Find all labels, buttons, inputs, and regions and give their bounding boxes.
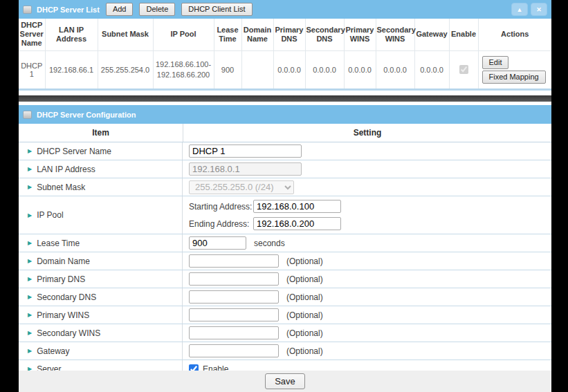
row-enable-checkbox: [459, 65, 468, 74]
row-arrow-icon: ▶: [28, 212, 32, 218]
cell-secondary-wins: 0.0.0.0: [376, 50, 414, 89]
secondary-wins-input[interactable]: [189, 326, 279, 339]
delete-button[interactable]: Delete: [139, 3, 175, 16]
cell-actions: Edit Fixed Mapping: [478, 50, 551, 89]
ip-pool-start: 192.168.66.100-: [155, 59, 212, 70]
ending-address-label: Ending Address:: [189, 219, 253, 229]
config-row-dhcp-server-name: ▶ DHCP Server Name: [19, 142, 551, 160]
row-arrow-icon: ▶: [28, 240, 32, 246]
row-arrow-icon: ▶: [28, 348, 32, 354]
setting-column-header: Setting: [183, 128, 551, 138]
cell-primary-dns: 0.0.0.0: [273, 50, 305, 89]
row-arrow-icon: ▶: [28, 330, 32, 336]
config-table-header: Item Setting: [19, 124, 551, 142]
dhcp-server-configuration-title: DHCP Server Configuration: [37, 111, 136, 119]
col-dhcp-server-name: DHCP Server Name: [19, 19, 45, 50]
row-label: Secondary WINS: [37, 328, 100, 338]
primary-wins-input[interactable]: [189, 308, 279, 321]
config-row-domain-name: ▶ Domain Name (Optional): [19, 252, 551, 270]
close-icon[interactable]: ✕: [531, 3, 547, 16]
config-row-subnet-mask: ▶ Subnet Mask 255.255.255.0 (/24): [19, 178, 551, 196]
window-controls: ▲ ✕: [511, 3, 547, 16]
edit-button[interactable]: Edit: [482, 56, 509, 69]
fixed-mapping-button[interactable]: Fixed Mapping: [482, 71, 546, 84]
subnet-mask-select: 255.255.255.0 (/24): [189, 180, 294, 194]
ip-pool-end: 192.168.66.200: [155, 70, 212, 80]
config-footer: Save: [19, 371, 551, 392]
cell-domain-name: [241, 50, 273, 89]
config-row-primary-wins: ▶ Primary WINS (Optional): [19, 306, 551, 324]
row-arrow-icon: ▶: [28, 294, 32, 300]
starting-address-label: Starting Address:: [189, 202, 253, 212]
row-label: LAN IP Address: [37, 165, 95, 174]
row-arrow-icon: ▶: [28, 166, 32, 172]
screen: DHCP Server List Add Delete DHCP Client …: [0, 0, 568, 392]
cell-gateway: 0.0.0.0: [414, 50, 449, 89]
ip-pool-end-input[interactable]: [253, 217, 341, 230]
primary-dns-input[interactable]: [189, 272, 279, 286]
cell-lan-ip: 192.168.66.1: [45, 50, 98, 89]
col-enable: Enable: [449, 19, 478, 50]
col-primary-wins: Primary WINS: [344, 19, 376, 50]
row-arrow-icon: ▶: [28, 312, 32, 318]
config-row-ip-pool: ▶ IP Pool Starting Address: Ending Addre…: [19, 196, 551, 234]
col-domain-name: Domain Name: [241, 19, 273, 50]
save-button[interactable]: Save: [265, 373, 305, 389]
dhcp-server-list-table: DHCP Server Name LAN IP Address Subnet M…: [19, 19, 551, 91]
dhcp-server-configuration-header: DHCP Server Configuration: [19, 105, 551, 124]
dhcp-server-list-title: DHCP Server List: [37, 6, 100, 14]
table-row: DHCP 1 192.168.66.1 255.255.254.0 192.16…: [19, 50, 551, 89]
collapse-icon[interactable]: ▲: [511, 3, 528, 16]
col-secondary-dns: Secondary DNS: [305, 19, 344, 50]
cell-enable: [449, 50, 478, 89]
dhcp-server-configuration-panel: DHCP Server Configuration Item Setting ▶…: [19, 105, 551, 392]
config-row-secondary-dns: ▶ Secondary DNS (Optional): [19, 288, 551, 306]
cell-secondary-dns: 0.0.0.0: [305, 50, 344, 89]
config-row-secondary-wins: ▶ Secondary WINS (Optional): [19, 324, 551, 342]
table-header-row: DHCP Server Name LAN IP Address Subnet M…: [19, 19, 551, 50]
lan-ip-input: [189, 162, 302, 176]
col-actions: Actions: [478, 19, 551, 50]
lease-time-input[interactable]: [189, 236, 246, 250]
row-arrow-icon: ▶: [28, 184, 32, 190]
row-label: IP Pool: [37, 210, 63, 220]
cell-lease-time: 900: [214, 50, 241, 89]
cell-primary-wins: 0.0.0.0: [344, 50, 376, 89]
optional-hint: (Optional): [286, 310, 323, 320]
optional-hint: (Optional): [286, 274, 323, 284]
domain-name-input[interactable]: [189, 254, 279, 268]
row-label: Subnet Mask: [37, 183, 85, 192]
config-row-lease-time: ▶ Lease Time seconds: [19, 234, 551, 252]
row-label: Secondary DNS: [37, 292, 96, 302]
optional-hint: (Optional): [286, 346, 323, 356]
optional-hint: (Optional): [286, 328, 323, 338]
col-primary-dns: Primary DNS: [273, 19, 305, 50]
row-label: Domain Name: [37, 256, 90, 266]
row-label: Primary WINS: [37, 310, 89, 320]
section-divider: [19, 95, 551, 102]
col-secondary-wins: Secondary WINS: [376, 19, 414, 50]
col-lease-time: Lease Time: [214, 19, 241, 50]
cell-subnet-mask: 255.255.254.0: [98, 50, 153, 89]
cell-ip-pool: 192.168.66.100- 192.168.66.200: [153, 50, 214, 89]
ip-pool-start-input[interactable]: [253, 200, 341, 213]
row-label: Lease Time: [37, 239, 80, 248]
dhcp-server-list-header: DHCP Server List Add Delete DHCP Client …: [19, 0, 551, 19]
secondary-dns-input[interactable]: [189, 290, 279, 304]
panel-window-icon: [23, 6, 32, 14]
col-ip-pool: IP Pool: [153, 19, 214, 50]
add-button[interactable]: Add: [106, 3, 134, 16]
col-gateway: Gateway: [414, 19, 449, 50]
row-arrow-icon: ▶: [28, 148, 32, 154]
col-lan-ip-address: LAN IP Address: [45, 19, 98, 50]
config-row-lan-ip-address: ▶ LAN IP Address: [19, 160, 551, 178]
dhcp-client-list-button[interactable]: DHCP Client List: [181, 3, 252, 16]
lease-time-unit: seconds: [254, 239, 285, 248]
dhcp-server-name-input[interactable]: [189, 144, 302, 158]
config-row-primary-dns: ▶ Primary DNS (Optional): [19, 270, 551, 288]
optional-hint: (Optional): [286, 256, 323, 266]
row-label: DHCP Server Name: [37, 147, 111, 156]
row-label: Gateway: [37, 346, 69, 356]
gateway-input[interactable]: [189, 344, 279, 357]
row-label: Primary DNS: [37, 274, 85, 284]
